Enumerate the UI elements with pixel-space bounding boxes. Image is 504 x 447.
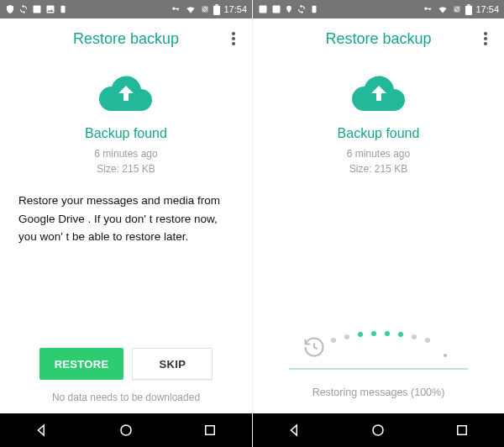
page-title: Restore backup bbox=[325, 30, 431, 48]
backup-size: Size: 215 KB bbox=[94, 161, 157, 176]
shield-icon bbox=[5, 4, 15, 14]
history-icon bbox=[302, 335, 326, 359]
button-row: RESTORE SKIP bbox=[39, 348, 213, 380]
svg-rect-11 bbox=[465, 5, 472, 14]
svg-rect-3 bbox=[216, 4, 218, 6]
content-area: Backup found 6 minutes ago Size: 215 KB bbox=[253, 59, 504, 413]
nav-recents-button[interactable] bbox=[445, 413, 479, 447]
nav-home-button[interactable] bbox=[361, 413, 395, 447]
app-bar: Restore backup bbox=[253, 18, 504, 59]
backup-age: 6 minutes ago bbox=[347, 146, 410, 161]
progress-label: Restoring messages (100%) bbox=[312, 387, 445, 398]
content-area: Backup found 6 minutes ago Size: 215 KB … bbox=[0, 59, 252, 413]
svg-rect-10 bbox=[312, 6, 317, 13]
no-sim-icon bbox=[452, 4, 462, 14]
device-icon bbox=[310, 4, 318, 14]
status-time: 17:54 bbox=[475, 4, 499, 14]
phone-screen-right: 17:54 Restore backup Backup found 6 minu… bbox=[252, 0, 504, 447]
nav-back-button[interactable] bbox=[278, 413, 312, 447]
svg-rect-2 bbox=[213, 5, 220, 14]
wifi-icon bbox=[185, 4, 197, 14]
svg-point-7 bbox=[121, 425, 131, 435]
app-icon bbox=[32, 4, 42, 14]
svg-point-14 bbox=[484, 37, 487, 40]
image-icon bbox=[271, 4, 281, 14]
progress-bar bbox=[289, 368, 467, 370]
progress-dots bbox=[331, 338, 430, 343]
device-icon bbox=[59, 4, 67, 14]
footer-note: No data needs to be downloaded bbox=[52, 392, 200, 403]
nav-back-button[interactable] bbox=[25, 413, 59, 447]
app-icon bbox=[258, 4, 268, 14]
backup-found-title: Backup found bbox=[338, 126, 420, 141]
sync-icon bbox=[297, 4, 307, 14]
svg-point-6 bbox=[232, 42, 235, 45]
vpn-key-icon bbox=[422, 5, 433, 13]
nav-home-button[interactable] bbox=[109, 413, 143, 447]
sync-icon bbox=[18, 4, 29, 14]
phone-screen-left: 17:54 Restore backup Backup found 6 minu… bbox=[0, 0, 252, 447]
svg-rect-1 bbox=[61, 6, 66, 13]
overflow-menu-button[interactable] bbox=[223, 29, 244, 49]
restore-button[interactable]: RESTORE bbox=[39, 348, 124, 380]
page-title: Restore backup bbox=[73, 30, 179, 48]
nav-recents-button[interactable] bbox=[193, 413, 227, 447]
wifi-icon bbox=[437, 4, 449, 14]
svg-rect-9 bbox=[260, 6, 267, 13]
location-icon bbox=[285, 4, 293, 14]
svg-rect-12 bbox=[468, 4, 470, 6]
backup-meta: 6 minutes ago Size: 215 KB bbox=[94, 146, 157, 176]
restore-progress: Restoring messages (100%) bbox=[270, 334, 487, 413]
svg-point-18 bbox=[373, 425, 383, 435]
app-bar: Restore backup bbox=[0, 18, 252, 59]
backup-age: 6 minutes ago bbox=[94, 146, 157, 161]
status-bar: 17:54 bbox=[0, 0, 252, 18]
vpn-key-icon bbox=[170, 5, 181, 13]
battery-icon bbox=[213, 4, 220, 15]
backup-size: Size: 215 KB bbox=[347, 161, 410, 176]
skip-button[interactable]: SKIP bbox=[132, 348, 213, 380]
restore-description: Restore your messages and media from Goo… bbox=[17, 192, 235, 246]
backup-found-title: Backup found bbox=[85, 126, 167, 141]
svg-point-4 bbox=[232, 32, 235, 35]
svg-rect-8 bbox=[206, 426, 215, 435]
svg-rect-19 bbox=[458, 426, 467, 435]
status-bar: 17:54 bbox=[253, 0, 504, 18]
phone-icon bbox=[435, 334, 455, 360]
nav-bar bbox=[0, 413, 252, 447]
status-time: 17:54 bbox=[223, 4, 247, 14]
svg-point-15 bbox=[484, 42, 487, 45]
image-icon bbox=[45, 4, 55, 14]
battery-icon bbox=[465, 4, 472, 15]
svg-point-5 bbox=[232, 37, 235, 40]
svg-point-13 bbox=[484, 32, 487, 35]
overflow-menu-button[interactable] bbox=[475, 29, 496, 49]
svg-rect-0 bbox=[34, 6, 41, 13]
cloud-upload-icon bbox=[352, 74, 406, 114]
nav-bar bbox=[253, 413, 504, 447]
svg-point-17 bbox=[444, 355, 445, 356]
backup-meta: 6 minutes ago Size: 215 KB bbox=[347, 146, 410, 176]
cloud-upload-icon bbox=[99, 74, 153, 114]
no-sim-icon bbox=[200, 4, 210, 14]
